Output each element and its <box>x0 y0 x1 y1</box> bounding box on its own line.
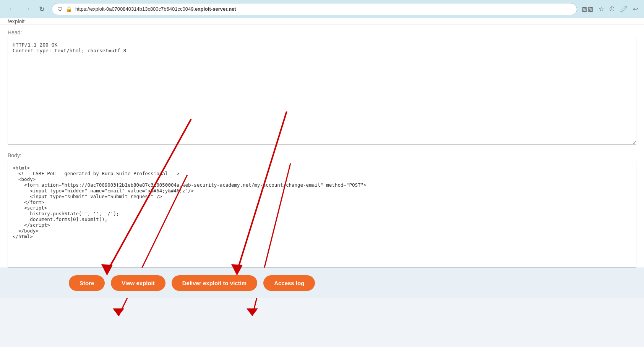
svg-marker-3 <box>247 308 258 316</box>
view-exploit-button[interactable]: View exploit <box>111 275 165 291</box>
body-textarea-container: <html> <!-- CSRF PoC - generated by Burp… <box>8 161 636 268</box>
page-content: /exploit Head: HTTP/1.1 200 OK Content-T… <box>0 18 644 298</box>
bookmark-button[interactable]: ☆ <box>599 5 604 13</box>
access-log-button[interactable]: Access log <box>263 275 315 291</box>
deliver-exploit-button[interactable]: Deliver exploit to victim <box>172 275 257 291</box>
qr-button[interactable]: ▧▧ <box>582 5 593 13</box>
bottom-toolbar: Store View exploit Deliver exploit to vi… <box>0 268 644 298</box>
head-textarea[interactable]: HTTP/1.1 200 OK Content-Type: text/html;… <box>8 38 636 145</box>
reload-button[interactable]: ↻ <box>37 4 47 14</box>
browser-chrome: ← → ↻ 🛡 🔒 https://exploit-0a0700840314b1… <box>0 0 644 18</box>
address-bar[interactable]: 🛡 🔒 https://exploit-0a0700840314b13c800c… <box>52 3 577 15</box>
svg-marker-1 <box>113 308 124 316</box>
extensions-button[interactable]: 🧷 <box>620 5 628 13</box>
body-section: Body: <html> <!-- CSRF PoC - generated b… <box>0 152 644 268</box>
nav-buttons: ← → ↻ <box>6 4 47 14</box>
undo-button[interactable]: ↩ <box>633 5 638 13</box>
profile-button[interactable]: ① <box>609 5 615 13</box>
lock-icon: 🔒 <box>66 6 72 12</box>
forward-button[interactable]: → <box>21 4 33 14</box>
shield-icon: 🛡 <box>57 6 63 12</box>
body-textarea[interactable]: <html> <!-- CSRF PoC - generated by Burp… <box>8 161 636 267</box>
back-button[interactable]: ← <box>6 4 18 14</box>
head-label: Head: <box>8 25 636 38</box>
store-button[interactable]: Store <box>69 275 105 291</box>
address-text: https://exploit-0a0700840314b13c800c7b64… <box>75 6 571 12</box>
head-section: Head: HTTP/1.1 200 OK Content-Type: text… <box>0 25 644 146</box>
exploit-path: /exploit <box>0 18 644 25</box>
browser-actions: ▧▧ ☆ ① 🧷 ↩ <box>582 5 638 13</box>
body-label: Body: <box>8 152 636 161</box>
